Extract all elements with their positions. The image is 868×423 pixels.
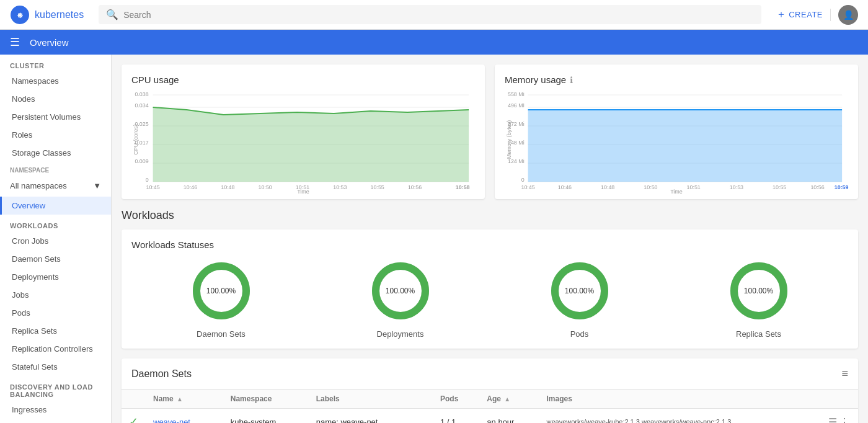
memory-x-axis-label: Time	[505, 189, 848, 195]
search-input[interactable]	[123, 10, 754, 20]
svg-text:10:58: 10:58	[456, 184, 470, 190]
svg-text:10:50: 10:50	[644, 184, 657, 190]
sort-age-icon: ▲	[504, 396, 510, 403]
statuses-title: Workloads Statuses	[131, 239, 848, 250]
daemon-sets-table-title: Daemon Sets	[131, 368, 841, 380]
table-header-row: Daemon Sets ≡	[122, 358, 858, 390]
svg-text:10:55: 10:55	[773, 184, 786, 190]
hamburger-icon[interactable]: ☰	[10, 35, 20, 49]
svg-text:0.038: 0.038	[135, 91, 148, 97]
sidebar-item-persistent-volumes[interactable]: Persistent Volumes	[0, 108, 111, 126]
row-status-0: ✓	[122, 409, 146, 424]
svg-text:10:56: 10:56	[408, 184, 422, 190]
avatar-icon: 👤	[843, 10, 854, 20]
search-icon: 🔍	[106, 9, 118, 20]
donut-replica-sets-chart: 100.00%	[728, 260, 790, 322]
info-icon: ℹ	[570, 75, 573, 85]
svg-text:558 Mi: 558 Mi	[508, 91, 525, 97]
svg-text:10:45: 10:45	[146, 184, 159, 190]
sidebar-item-pods[interactable]: Pods	[0, 304, 111, 322]
sidebar-item-ingresses[interactable]: Ingresses	[0, 401, 111, 419]
row-more-icon-0[interactable]: ⋮	[839, 416, 849, 424]
sidebar-item-daemon-sets[interactable]: Daemon Sets	[0, 250, 111, 268]
row-namespace-0: kube-system	[223, 409, 309, 424]
memory-chart-title: Memory usage ℹ	[505, 74, 848, 85]
donut-deployments-chart: 100.00%	[370, 260, 432, 322]
svg-text:⎈: ⎈	[17, 10, 23, 20]
row-menu-icon-0[interactable]: ☰	[828, 416, 837, 424]
workloads-section: Workloads Workloads Statuses 100.00%	[122, 209, 858, 423]
row-action-buttons-0: ☰ ⋮	[828, 416, 851, 424]
create-button[interactable]: ＋ CREATE	[776, 8, 823, 21]
sidebar-item-replica-sets[interactable]: Replica Sets	[0, 322, 111, 340]
col-images: Images	[539, 390, 822, 409]
workloads-title: Workloads	[122, 209, 858, 222]
col-name[interactable]: Name ▲	[146, 390, 223, 409]
sidebar-item-storage-classes[interactable]: Storage Classes	[0, 144, 111, 162]
svg-text:0.009: 0.009	[135, 158, 148, 164]
memory-chart-card: Memory usage ℹ 558 Mi 496 Mi 372 Mi 248 …	[495, 65, 858, 199]
logo: ⎈ kubernetes	[10, 5, 84, 25]
sidebar-item-services[interactable]: Services	[0, 419, 111, 423]
status-ok-icon: ✓	[129, 416, 138, 423]
svg-text:10:59: 10:59	[835, 184, 849, 190]
donut-pods-label: Pods	[570, 329, 589, 339]
row-images-0: weaveworks/weave-kube:2.1.3 weaveworks/w…	[539, 409, 822, 424]
col-labels: Labels	[309, 390, 433, 409]
cpu-chart-area: 0.038 0.034 0.025 0.017 0.009 0 CPU (cor…	[131, 90, 475, 189]
sidebar-item-deployments[interactable]: Deployments	[0, 268, 111, 286]
svg-text:10:53: 10:53	[730, 184, 743, 190]
svg-text:0: 0	[146, 177, 149, 183]
svg-text:10:50: 10:50	[259, 184, 272, 190]
donut-daemon-sets: 100.00% Daemon Sets	[190, 260, 252, 339]
sidebar-item-stateful-sets[interactable]: Stateful Sets	[0, 358, 111, 376]
row-actions-0: ☰ ⋮	[821, 409, 858, 424]
donut-replica-sets-percent: 100.00%	[744, 287, 773, 295]
filter-icon[interactable]: ≡	[841, 367, 848, 380]
donut-replica-sets: 100.00% Replica Sets	[728, 260, 790, 339]
svg-text:496 Mi: 496 Mi	[508, 102, 525, 109]
svg-text:10:45: 10:45	[521, 184, 534, 190]
donut-deployments: 100.00% Deployments	[370, 260, 432, 339]
row-age-0: an hour	[479, 409, 539, 424]
donut-daemon-sets-chart: 100.00%	[190, 260, 252, 322]
svg-text:10:48: 10:48	[221, 184, 234, 190]
sidebar-item-cron-jobs[interactable]: Cron Jobs	[0, 232, 111, 250]
cpu-chart-card: CPU usage 0.038 0.034 0.025 0.017 0.009 …	[122, 65, 485, 199]
main-content: CPU usage 0.038 0.034 0.025 0.017 0.009 …	[112, 55, 868, 423]
sidebar-item-roles[interactable]: Roles	[0, 126, 111, 144]
search-bar[interactable]: 🔍	[99, 5, 761, 24]
col-pods: Pods	[433, 390, 479, 409]
cluster-section-label: Cluster	[0, 55, 111, 72]
sidebar-item-replication-controllers[interactable]: Replication Controllers	[0, 340, 111, 358]
row-name-0: weave-net	[146, 409, 223, 424]
navbar: ☰ Overview	[0, 30, 868, 55]
memory-chart-svg: 558 Mi 496 Mi 372 Mi 248 Mi 124 Mi 0 Mem…	[505, 90, 848, 189]
row-name-link-0[interactable]: weave-net	[153, 417, 190, 424]
topbar-actions: ＋ CREATE 👤	[776, 5, 858, 25]
svg-marker-15	[153, 107, 469, 182]
avatar[interactable]: 👤	[838, 5, 858, 25]
donut-pods-chart: 100.00%	[549, 260, 611, 322]
sidebar-item-namespaces[interactable]: Namespaces	[0, 72, 111, 90]
svg-text:10:46: 10:46	[184, 184, 197, 190]
row-pods-0: 1 / 1	[433, 409, 479, 424]
svg-text:0.034: 0.034	[135, 102, 148, 109]
donut-pods: 100.00% Pods	[549, 260, 611, 339]
divider	[830, 9, 831, 21]
namespace-selector[interactable]: All namespaces ▼	[0, 177, 111, 194]
layout: Cluster Namespaces Nodes Persistent Volu…	[0, 55, 868, 423]
daemon-sets-table-card: Daemon Sets ≡ Name ▲ Namespace	[122, 358, 858, 423]
svg-marker-38	[528, 110, 843, 182]
svg-text:10:53: 10:53	[333, 184, 347, 190]
donut-replica-sets-label: Replica Sets	[736, 329, 781, 339]
sidebar-item-nodes[interactable]: Nodes	[0, 90, 111, 108]
svg-text:10:46: 10:46	[558, 184, 572, 190]
col-age[interactable]: Age ▲	[479, 390, 539, 409]
svg-text:10:48: 10:48	[601, 184, 614, 190]
donut-deployments-percent: 100.00%	[386, 287, 415, 295]
sidebar-item-overview[interactable]: Overview	[0, 197, 111, 215]
svg-text:Memory (bytes): Memory (bytes)	[506, 120, 512, 159]
topbar: ⎈ kubernetes 🔍 ＋ CREATE 👤	[0, 0, 868, 30]
sidebar-item-jobs[interactable]: Jobs	[0, 286, 111, 304]
